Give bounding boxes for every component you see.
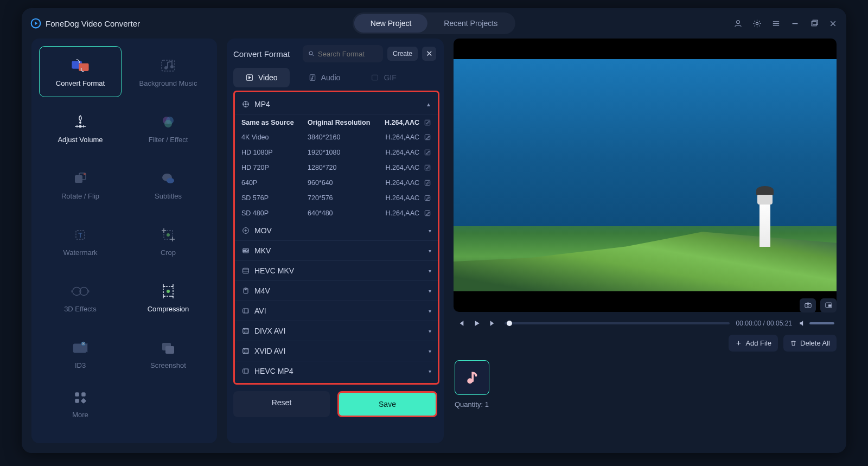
tool-rotate[interactable]: Rotate / Flip	[39, 159, 122, 210]
film-icon	[241, 100, 250, 108]
window-minimize[interactable]	[790, 19, 800, 28]
preset-row[interactable]: SD 480P640*480H.264,AAC	[235, 206, 438, 221]
svg-rect-33	[81, 392, 86, 397]
edit-icon[interactable]	[424, 179, 431, 187]
tool-volume[interactable]: Adjust Volume	[39, 103, 122, 154]
quantity-label: Quantity: 1	[455, 400, 489, 408]
save-button[interactable]: Save	[337, 391, 437, 417]
format-tab-gif[interactable]: GIF	[359, 68, 408, 87]
tool-sidebar: Convert FormatBackground MusicAdjust Vol…	[31, 39, 217, 443]
snapshot-button[interactable]	[800, 298, 816, 312]
svg-point-11	[79, 125, 82, 127]
tool-label: Compression	[148, 305, 189, 313]
reset-button[interactable]: Reset	[233, 391, 330, 417]
tool-subtitles[interactable]: Subtitles	[127, 159, 209, 210]
tool-screenshot[interactable]: Screenshot	[127, 328, 209, 379]
account-icon[interactable]	[733, 19, 743, 28]
chevron-down-icon: ▾	[429, 268, 431, 274]
filter-icon	[159, 113, 177, 131]
svg-point-9	[170, 65, 174, 68]
file-thumb[interactable]	[455, 360, 489, 395]
close-panel-button[interactable]: ✕	[422, 47, 436, 61]
progress-bar[interactable]	[505, 322, 730, 324]
svg-point-27	[167, 290, 170, 293]
subtitles-icon	[159, 169, 177, 188]
tool-3d[interactable]: 3D Effects	[39, 272, 122, 323]
format-group-hevc-mkv[interactable]: HEVC MKV▾	[235, 260, 438, 280]
search-input[interactable]	[318, 50, 378, 58]
format-group-hevc-mp4[interactable]: HEVC MP4▾	[235, 361, 438, 381]
svg-rect-3	[812, 21, 816, 26]
preset-header-row[interactable]: Same as Source Original Resolution H.264…	[235, 114, 438, 130]
tool-convert[interactable]: Convert Format	[39, 46, 122, 97]
tool-more-label: More	[72, 411, 88, 419]
tool-label: Background Music	[139, 79, 197, 87]
tool-compress[interactable]: Compression	[127, 272, 209, 323]
chevron-down-icon: ▾	[429, 228, 431, 234]
format-group-mov[interactable]: MOV▾	[235, 221, 438, 240]
delete-all-button[interactable]: Delete All	[783, 335, 837, 352]
format-tab-audio[interactable]: Audio	[296, 68, 353, 87]
next-button[interactable]	[488, 318, 498, 328]
screenshot-icon	[159, 339, 177, 357]
settings-icon[interactable]	[752, 19, 762, 28]
tool-more[interactable]: More	[39, 379, 122, 430]
chevron-down-icon: ▾	[429, 248, 431, 254]
svg-rect-40	[372, 75, 378, 80]
app-logo-icon	[30, 18, 41, 29]
svg-point-43	[245, 101, 246, 103]
window-close[interactable]	[828, 19, 838, 28]
preset-row[interactable]: 4K Video3840*2160H.264,AAC	[235, 130, 438, 145]
svg-point-10	[79, 122, 81, 124]
format-group-xvid-avi[interactable]: XVID AVI▾	[235, 341, 438, 361]
svg-point-19	[167, 178, 174, 183]
edit-icon[interactable]	[424, 209, 431, 217]
preset-row[interactable]: SD 576P720*576H.264,AAC	[235, 190, 438, 206]
svg-rect-34	[75, 399, 79, 403]
crop-icon	[159, 226, 177, 244]
player-controls: 00:00:00 / 00:05:21	[454, 317, 837, 329]
video-preview[interactable]	[454, 39, 837, 312]
edit-icon[interactable]	[424, 133, 431, 141]
format-group-avi[interactable]: AVI▾	[235, 301, 438, 321]
format-tab-video[interactable]: Video	[233, 68, 290, 87]
edit-icon[interactable]	[424, 149, 431, 156]
tool-label: Rotate / Flip	[61, 192, 99, 200]
preset-row[interactable]: HD 720P1280*720H.264,AAC	[235, 160, 438, 175]
format-group-divx-avi[interactable]: DIVX AVI▾	[235, 321, 438, 341]
3d-icon	[71, 282, 90, 301]
add-file-button[interactable]: Add File	[729, 335, 778, 352]
tool-filter[interactable]: Filter / Effect	[127, 103, 209, 154]
tool-id3[interactable]: ID3	[39, 328, 122, 379]
svg-rect-4	[813, 20, 818, 25]
edit-icon[interactable]	[424, 119, 431, 126]
svg-rect-60	[243, 309, 249, 313]
preset-row[interactable]: HD 1080P1920*1080H.264,AAC	[235, 145, 438, 160]
search-format[interactable]	[303, 45, 383, 62]
prev-button[interactable]	[456, 318, 465, 328]
svg-point-23	[167, 233, 170, 237]
tab-recent-projects[interactable]: Recent Projects	[427, 14, 514, 33]
tool-label: Crop	[161, 248, 176, 257]
format-group-mp4[interactable]: MP4 ▲	[235, 94, 438, 114]
tool-label: Screenshot	[150, 361, 186, 369]
window-maximize[interactable]	[809, 19, 819, 28]
pip-button[interactable]	[820, 298, 837, 312]
volume-control[interactable]	[799, 320, 834, 327]
tool-music[interactable]: Background Music	[127, 46, 209, 97]
edit-icon[interactable]	[424, 194, 431, 202]
format-icon	[241, 347, 250, 355]
format-group-m4v[interactable]: M4V▾	[235, 280, 438, 301]
menu-icon[interactable]	[771, 19, 781, 28]
create-button[interactable]: Create	[387, 47, 418, 61]
edit-icon[interactable]	[424, 164, 431, 171]
tab-new-project[interactable]: New Project	[354, 14, 427, 33]
svg-rect-35	[81, 398, 87, 404]
search-icon	[308, 50, 315, 58]
tool-watermark[interactable]: TWatermark	[39, 215, 122, 266]
format-group-mkv[interactable]: MKVMKV▾	[235, 240, 438, 260]
svg-rect-32	[75, 392, 79, 397]
play-button[interactable]	[472, 318, 482, 328]
tool-crop[interactable]: Crop	[127, 215, 209, 266]
preset-row[interactable]: 640P960*640H.264,AAC	[235, 175, 438, 190]
